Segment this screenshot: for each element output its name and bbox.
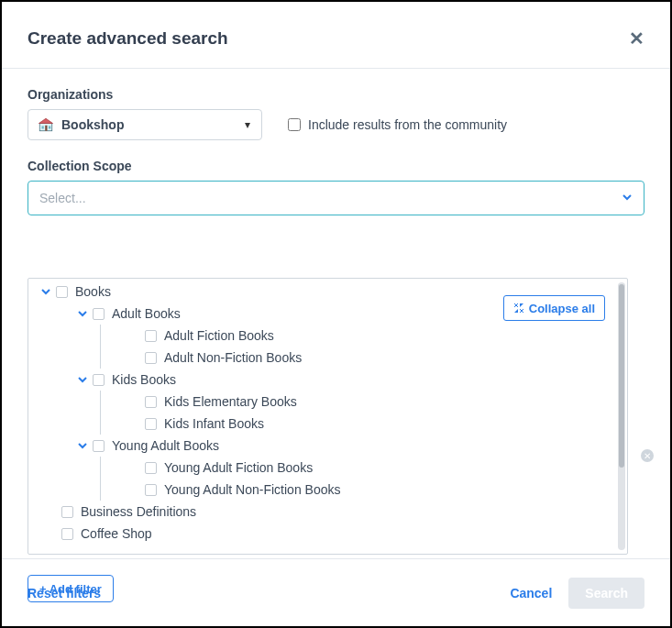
tree-label: Kids Books: [112, 372, 176, 387]
chevron-down-icon: [622, 191, 633, 205]
include-community-checkbox[interactable]: [288, 118, 301, 131]
tree-label: Adult Fiction Books: [164, 328, 274, 343]
dropdown-scrollbar-thumb[interactable]: [619, 284, 624, 468]
tree-label: Young Adult Fiction Books: [164, 460, 313, 475]
svg-rect-4: [49, 127, 50, 129]
expand-toggle[interactable]: [39, 287, 52, 296]
tree-checkbox[interactable]: [145, 352, 157, 364]
tree-node-adult-fiction[interactable]: Adult Fiction Books: [36, 325, 620, 347]
modal-body: Organizations Bookshop ▾ Include results…: [2, 69, 670, 626]
svg-rect-3: [45, 126, 47, 131]
collection-scope-placeholder: Select...: [39, 191, 86, 205]
tree-checkbox[interactable]: [145, 418, 157, 430]
dropdown-scroll[interactable]: Collapse all Books Adult Books: [28, 279, 627, 554]
tree-checkbox[interactable]: [61, 506, 73, 518]
tree-label: Adult Books: [112, 306, 181, 321]
svg-marker-1: [39, 118, 53, 123]
collapse-icon: [513, 303, 524, 314]
bookshop-icon: [38, 116, 54, 133]
tree-node-kids-elementary[interactable]: Kids Elementary Books: [36, 391, 620, 413]
close-icon[interactable]: ✕: [629, 28, 644, 50]
tree-guide: [100, 325, 101, 347]
tree-checkbox[interactable]: [93, 440, 105, 452]
tree-node-adult-nonfiction[interactable]: Adult Non-Fiction Books: [36, 347, 620, 369]
tree-guide: [100, 457, 101, 479]
organizations-label: Organizations: [28, 87, 644, 102]
search-button[interactable]: Search: [568, 578, 644, 609]
tree-guide: [100, 347, 101, 369]
tree-label: Kids Infant Books: [164, 416, 264, 431]
modal-header: Create advanced search ✕: [2, 2, 670, 69]
reset-filters-link[interactable]: Reset filters: [28, 586, 101, 600]
modal-footer: Reset filters Cancel Search: [2, 558, 670, 626]
clear-icon[interactable]: ✕: [641, 449, 654, 462]
tree-guide: [100, 391, 101, 413]
tree-node-kids-books[interactable]: Kids Books: [36, 369, 620, 391]
tree-label: Kids Elementary Books: [164, 394, 297, 409]
collection-scope-select[interactable]: Select...: [28, 181, 644, 215]
tree-node-coffee-shop[interactable]: Coffee Shop: [36, 523, 620, 545]
tree-label: Young Adult Non-Fiction Books: [164, 482, 341, 497]
tree-checkbox[interactable]: [145, 330, 157, 342]
expand-toggle[interactable]: [76, 441, 89, 450]
tree-node-young-adult-books[interactable]: Young Adult Books: [36, 435, 620, 457]
tree-checkbox[interactable]: [93, 374, 105, 386]
modal-title: Create advanced search: [28, 28, 228, 49]
collection-scope-label: Collection Scope: [28, 159, 644, 173]
tree-guide: [100, 413, 101, 435]
collapse-all-button[interactable]: Collapse all: [503, 295, 605, 321]
expand-toggle[interactable]: [76, 375, 89, 384]
tree-node-ya-fiction[interactable]: Young Adult Fiction Books: [36, 457, 620, 479]
tree-label: Adult Non-Fiction Books: [164, 350, 302, 365]
tree-label: Business Definitions: [81, 504, 196, 519]
organization-selected: Bookshop: [61, 117, 237, 132]
include-community-label: Include results from the community: [308, 117, 507, 132]
tree-guide: [100, 479, 101, 501]
cancel-button[interactable]: Cancel: [510, 586, 552, 600]
collection-scope-dropdown: Collapse all Books Adult Books: [28, 278, 628, 555]
caret-down-icon: ▾: [245, 118, 250, 131]
tree-checkbox[interactable]: [145, 484, 157, 496]
include-community-toggle[interactable]: Include results from the community: [288, 117, 507, 132]
tree-checkbox[interactable]: [93, 308, 105, 320]
dropdown-scrollbar-track[interactable]: [618, 282, 625, 550]
footer-actions: Cancel Search: [510, 578, 644, 609]
tree-label: Books: [75, 284, 111, 299]
tree-node-business-definitions[interactable]: Business Definitions: [36, 501, 620, 523]
organization-select[interactable]: Bookshop ▾: [28, 109, 262, 140]
tree-node-ya-nonfiction[interactable]: Young Adult Non-Fiction Books: [36, 479, 620, 501]
tree-checkbox[interactable]: [145, 396, 157, 408]
expand-toggle[interactable]: [76, 309, 89, 318]
create-advanced-search-modal: Create advanced search ✕ Organizations B…: [2, 2, 670, 626]
tree-label: Young Adult Books: [112, 438, 219, 453]
collapse-all-label: Collapse all: [529, 302, 595, 315]
svg-rect-2: [42, 127, 44, 129]
organizations-row: Bookshop ▾ Include results from the comm…: [28, 109, 644, 140]
tree-label: Coffee Shop: [81, 526, 152, 541]
tree-checkbox[interactable]: [145, 462, 157, 474]
tree-node-kids-infant[interactable]: Kids Infant Books: [36, 413, 620, 435]
tree-checkbox[interactable]: [56, 286, 68, 298]
tree-checkbox[interactable]: [61, 528, 73, 540]
